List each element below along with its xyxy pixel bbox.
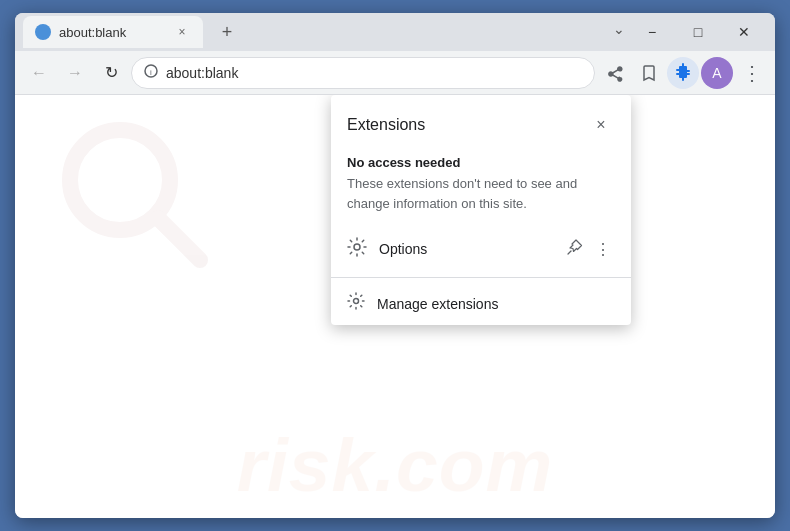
reload-button[interactable]: ↻: [95, 57, 127, 89]
extensions-button[interactable]: [667, 57, 699, 89]
share-button[interactable]: [599, 57, 631, 89]
address-bar[interactable]: i about:blank: [131, 57, 595, 89]
title-bar: about:blank × + ⌄ − □ ✕: [15, 13, 775, 51]
no-access-description: These extensions don't need to see and c…: [331, 174, 631, 225]
panel-header: Extensions ×: [331, 95, 631, 147]
more-options-button[interactable]: ⋮: [735, 57, 767, 89]
no-access-label: No access needed: [331, 147, 631, 174]
watermark-text-container: risk.com: [15, 422, 775, 508]
pin-button[interactable]: [563, 235, 587, 263]
ext-item-actions: ⋮: [563, 235, 615, 263]
toolbar-icons: A ⋮: [599, 57, 767, 89]
options-label: Options: [379, 241, 551, 257]
ext-more-button[interactable]: ⋮: [591, 236, 615, 263]
bookmark-button[interactable]: [633, 57, 665, 89]
svg-point-7: [354, 299, 359, 304]
tab-title: about:blank: [59, 25, 165, 40]
panel-title: Extensions: [347, 116, 425, 134]
svg-point-0: [38, 27, 48, 37]
minimize-button[interactable]: −: [629, 17, 675, 47]
address-bar-row: ← → ↻ i about:blank A: [15, 51, 775, 95]
options-icon: [347, 237, 367, 262]
lock-icon: i: [144, 64, 158, 81]
magnifier-graphic: [55, 115, 215, 279]
svg-line-4: [158, 218, 200, 260]
manage-icon: [347, 292, 365, 315]
manage-extensions-item[interactable]: Manage extensions: [331, 282, 631, 325]
svg-line-6: [568, 251, 571, 254]
browser-tab[interactable]: about:blank ×: [23, 16, 203, 48]
maximize-button[interactable]: □: [675, 17, 721, 47]
divider: [331, 277, 631, 278]
extensions-panel: Extensions × No access needed These exte…: [331, 95, 631, 325]
page-content: risk.com Extensions × No access needed T…: [15, 95, 775, 518]
options-item[interactable]: Options ⋮: [331, 225, 631, 273]
back-button[interactable]: ←: [23, 57, 55, 89]
profile-button[interactable]: A: [701, 57, 733, 89]
tab-close-button[interactable]: ×: [173, 23, 191, 41]
browser-window: about:blank × + ⌄ − □ ✕ ← → ↻ i about:bl…: [15, 13, 775, 518]
svg-point-5: [354, 244, 360, 250]
chevron-down-icon: ⌄: [609, 17, 629, 47]
window-controls: ⌄ − □ ✕: [609, 17, 767, 47]
panel-close-button[interactable]: ×: [587, 111, 615, 139]
svg-text:i: i: [150, 68, 152, 77]
tab-favicon: [35, 24, 51, 40]
close-button[interactable]: ✕: [721, 17, 767, 47]
manage-extensions-label: Manage extensions: [377, 296, 498, 312]
new-tab-button[interactable]: +: [213, 18, 241, 46]
address-text: about:blank: [166, 65, 238, 81]
watermark-text: risk.com: [237, 422, 554, 508]
forward-button[interactable]: →: [59, 57, 91, 89]
